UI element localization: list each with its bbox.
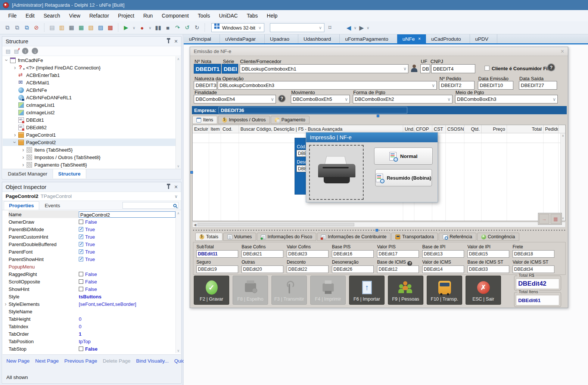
footer-link[interactable]: Previous Page [64,358,97,364]
selection-handle[interactable] [190,171,193,174]
checkbox-icon[interactable] [79,235,83,239]
property-row[interactable]: TabOrder 1 [3,330,175,338]
editor-tab[interactable]: uPDV [470,34,497,43]
tree-item[interactable]: frmCadNFe [3,56,175,64]
total-field[interactable]: DBEdit19 [196,266,238,273]
menu-item[interactable]: Help [262,13,282,19]
grid-column-header[interactable]: CST [432,125,446,133]
editor-tab[interactable]: uVendaPagar [220,34,265,43]
property-row[interactable]: TabIndex 0 [3,323,175,330]
property-row[interactable]: ShowHint False [3,285,175,293]
tree-item[interactable]: PageControl2 [3,139,175,146]
checkbox-icon[interactable] [79,220,83,224]
tree-item[interactable]: Impostos / Outros {TabSheet8} [3,153,175,161]
total-field[interactable]: DBEdit34 [513,266,554,273]
checkbox-icon[interactable] [79,279,83,284]
disable-icon[interactable]: ⊘ [32,24,41,31]
search-combobox[interactable]: ∨ [270,23,324,32]
property-value[interactable]: tpTop [79,339,175,344]
field-natureza-combo[interactable]: DBLookupComboboxEh3 [218,81,437,90]
menu-item[interactable]: View [65,13,85,19]
info-tab[interactable]: Informações de Contribuinte [317,233,391,241]
total-field[interactable]: DBEdit11 [196,250,238,258]
total-field[interactable]: DBEdit15 [467,250,509,258]
add-file-icon[interactable]: ▨ [96,24,105,31]
close-icon[interactable]: × [174,184,178,190]
form-close-icon[interactable]: × [561,48,564,55]
debug-icon[interactable]: ● [138,25,146,31]
property-row[interactable]: TabStop False [3,345,175,353]
close-icon[interactable]: × [174,38,178,44]
property-row[interactable]: ScrollOpposite False [3,278,175,285]
property-value[interactable]: PageControl2 [79,211,175,218]
property-value[interactable]: False [79,279,175,285]
trace-icon[interactable]: ↻ [193,24,201,31]
stop-icon[interactable]: ■ [164,25,172,31]
property-value[interactable]: False [79,346,175,352]
tree-item[interactable]: ACBrEnterTab1 [3,71,175,79]
open-file-icon[interactable]: ▥ [57,24,66,31]
tree-expand-icon[interactable] [4,57,9,63]
print-resumido-button[interactable]: Resumido (Bobina) [375,169,432,186]
property-value[interactable]: True [79,257,175,262]
save-all-icon[interactable]: ▦ [77,24,85,31]
property-value[interactable]: False [79,219,175,225]
editor-tab[interactable]: uNFe × [397,34,426,43]
editor-tab[interactable]: Udashboard [298,34,340,43]
grid-column-header[interactable]: Item [209,125,221,133]
property-expand-icon[interactable] [3,301,9,307]
tree-expand-icon[interactable] [12,132,18,138]
property-row[interactable]: ParentShowHint True [3,255,175,263]
move-down-icon[interactable]: ↓ [32,48,38,54]
grid-vertical-scrollbar[interactable]: ∧∨ [560,133,565,221]
editor-tab[interactable]: uPrincipal [184,34,220,43]
pause-icon[interactable]: ▮▮ [154,24,162,31]
property-row[interactable]: TabPosition tpTop [3,338,175,345]
field-finalidade-combo[interactable]: DBComboBoxEh4 [194,95,276,103]
tree-item[interactable]: ACBrNFeDANFeRL1 [3,94,175,101]
pin-icon[interactable] [168,185,169,189]
total-field[interactable]: DBEdit13 [422,250,464,258]
field-meiopgto-combo[interactable]: DBComboBoxEh3 [455,95,558,103]
total-field[interactable]: DBEdit33 [467,266,509,273]
inspector-tab[interactable]: Properties [4,201,39,210]
field-uf[interactable]: DB [420,64,430,73]
footer-link[interactable]: Next Page [35,358,59,364]
grid-horizontal-scrollbar[interactable]: ◀ [192,222,566,227]
debug-menu-icon[interactable]: ∨ [147,26,153,30]
property-row[interactable]: PopupMenu [3,263,175,270]
delete-item-icon[interactable]: ▤ [14,48,19,54]
menu-item[interactable]: Component [157,13,193,19]
checkbox-icon[interactable] [79,227,83,232]
action-button[interactable]: F9 | Pessoas [388,276,423,305]
tree-expand-icon[interactable] [21,154,26,160]
person-icon[interactable] [411,64,418,73]
scroll-left-icon[interactable]: ◀ [194,223,196,227]
property-value[interactable]: True [79,227,175,232]
consumidor-checkbox[interactable] [485,66,489,71]
inspector-tab[interactable]: Events [40,202,65,210]
component-actions-icon[interactable]: → [539,214,549,224]
menu-item[interactable]: Edit [21,13,39,19]
checkbox-icon[interactable] [79,287,83,291]
editor-tab[interactable]: uCadProduto [426,34,470,43]
move-up-icon[interactable]: ↑ [22,48,28,54]
step-into-icon[interactable]: ↺ [183,24,192,31]
total-rs-value[interactable]: DBEdit42 [516,279,559,289]
field-movimento-combo[interactable]: DBComboBoxEh5 [291,95,350,103]
action-button[interactable]: F4 | Imprimir [310,276,346,305]
tree-expand-icon[interactable] [12,65,18,71]
property-row[interactable]: OwnerDraw False [3,218,175,226]
property-row[interactable]: ParentBiDiMode True [3,226,175,233]
run-menu-icon[interactable]: ∨ [131,26,137,30]
structure-tab[interactable]: DataSet Manager [3,169,53,178]
run-icon[interactable]: ▶ [122,24,130,31]
tree-expand-icon[interactable] [12,139,18,145]
field-serie[interactable]: DBEI [222,64,238,74]
action-button[interactable]: F10 | Transp. [427,276,462,305]
property-row[interactable]: StyleElements [seFont,seClient,seBorder] [3,300,175,308]
menu-item[interactable]: Search [39,13,65,19]
selection-handle[interactable] [377,115,379,117]
tree-item[interactable]: DBEdit1 [3,116,175,124]
checkbox-icon[interactable] [79,347,83,351]
